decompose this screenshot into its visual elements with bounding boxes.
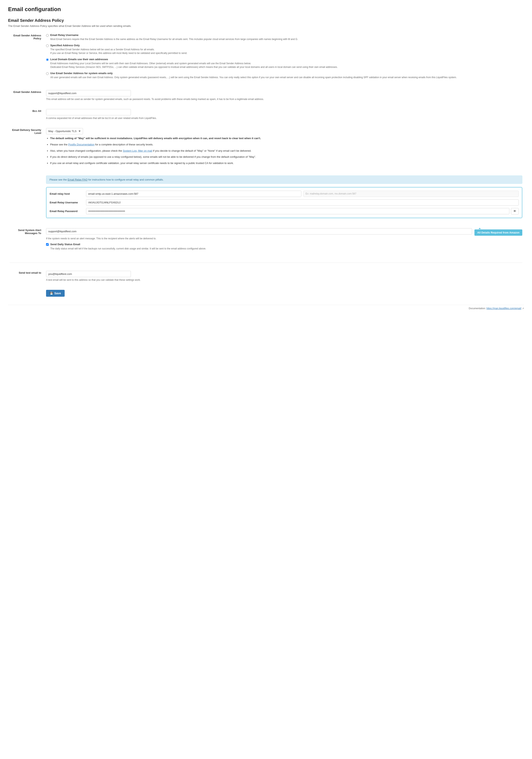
bcc-all-row: Bcc All A comma separated list of email … — [8, 107, 524, 122]
radio-specified-address[interactable] — [46, 44, 49, 47]
sender-address-value: This email address will be used as sende… — [44, 88, 524, 103]
spacer-row-5 — [8, 222, 524, 226]
amazon-tooltip-wrapper: All Details Required from Amazon — [474, 228, 522, 236]
policy-row: Email Sender Address Policy Email Relay … — [8, 31, 524, 84]
relay-username-label: Email Relay Username — [50, 201, 86, 204]
divider-row — [8, 257, 524, 269]
footer-doc-link[interactable]: https://man.liquidfiles.com/email/ — [486, 307, 521, 310]
alert-messages-input[interactable] — [46, 228, 472, 234]
relay-host-input[interactable] — [86, 191, 301, 197]
security-bullet-1: The default setting of "May" will be suf… — [50, 136, 522, 140]
system-log-link[interactable]: System Log, filter on mail — [123, 149, 152, 152]
radio-label-2: Specified Address Only — [50, 44, 187, 47]
alert-row: All Details Required from Amazon — [46, 228, 522, 236]
bcc-all-label: Bcc All — [8, 107, 44, 122]
alert-messages-value: All Details Required from Amazon If the … — [44, 226, 524, 253]
relay-username-row: Email Relay Username — [50, 199, 519, 206]
spacer-row-6 — [8, 253, 524, 257]
postfix-docs-link[interactable]: Postfix Documentation — [68, 143, 95, 146]
radio-option-2: Specified Address Only The specified Ema… — [46, 44, 522, 55]
divider — [10, 262, 522, 263]
save-button[interactable]: 💾 Save — [46, 290, 64, 297]
footer-doc-prefix: Documentation: — [469, 307, 486, 310]
sender-address-hint: This email address will be used as sende… — [46, 97, 522, 101]
security-bullet-4: If you do direct delivery of emails (as … — [50, 155, 522, 159]
delivery-security-label: Email Delivery SecurityLevel — [8, 126, 44, 170]
alert-messages-row: Send System AlertMessages To All Details… — [8, 226, 524, 253]
spacer-row-3 — [8, 122, 524, 126]
bcc-all-value: A comma separated list of email addresse… — [44, 107, 524, 122]
footer-documentation: Documentation: https://man.liquidfiles.c… — [8, 305, 524, 310]
radio-desc-4: All user generated emails will use their… — [50, 76, 457, 79]
relay-section-label-empty — [8, 174, 44, 222]
radio-system-emails-only[interactable] — [46, 72, 49, 75]
radio-option-4: Use Email Sender Address for system emai… — [46, 72, 522, 79]
relay-host-label: Email relay host — [50, 192, 86, 195]
daily-status-desc: The daily status email will tell if the … — [50, 247, 206, 251]
alert-messages-label: Send System AlertMessages To — [8, 226, 44, 253]
radio-email-relay-username[interactable] — [46, 34, 49, 37]
daily-status-row: Send Daily Status Email The daily status… — [46, 243, 522, 251]
policy-options: Email Relay Username Most Email Servers … — [44, 31, 524, 84]
sender-address-input[interactable] — [46, 90, 131, 96]
relay-username-input[interactable] — [86, 199, 519, 206]
radio-desc-2: The specified Email Sender Address below… — [50, 48, 187, 55]
amazon-tooltip: All Details Required from Amazon — [474, 229, 522, 236]
delivery-security-select[interactable]: May - Opportunistic TLS None Encrypt Dan… — [46, 128, 83, 134]
radio-desc-1: Most Email Servers require that the Emai… — [50, 37, 298, 41]
daily-status-checkbox[interactable] — [46, 243, 49, 246]
form-table: Email Sender Address Policy Email Relay … — [8, 31, 524, 299]
section1-title: Email Sender Address Policy — [8, 18, 524, 23]
radio-option-3: Local Domain Emails use their own addres… — [46, 58, 522, 69]
daily-status-label[interactable]: Send Daily Status Email — [50, 243, 80, 246]
policy-label: Email Sender Address Policy — [8, 31, 44, 84]
radio-desc-3: Email Addresses matching your Local Doma… — [50, 61, 338, 69]
section1-desc: The Email Sender Address Policy specifie… — [8, 24, 524, 27]
spacer-row-1 — [8, 84, 524, 88]
alert-input-wrap — [46, 228, 472, 234]
save-row: 💾 Save — [8, 288, 524, 299]
relay-password-label: Email Relay Password — [50, 210, 86, 213]
spacer-row-4 — [8, 170, 524, 174]
relay-section-row: Please see the Email Relay FAQ for instr… — [8, 174, 524, 222]
security-bullet-list: The default setting of "May" will be suf… — [46, 136, 522, 165]
security-bullet-3: Also, when you have changed configuratio… — [50, 149, 522, 153]
test-email-label: Send test email to — [8, 269, 44, 284]
relay-password-group: 👁 — [86, 208, 519, 215]
relay-section-content: Please see the Email Relay FAQ for instr… — [44, 174, 524, 222]
relay-host-example: Ex: mailrelay.domain.com, mx.domain.com:… — [304, 191, 519, 197]
bcc-all-hint: A comma separated list of email addresse… — [46, 116, 522, 120]
test-email-input[interactable] — [46, 271, 131, 277]
test-email-value: A test email will be sent to this addres… — [44, 269, 524, 284]
alert-messages-hint: If the system needs to send an alert mes… — [46, 237, 522, 240]
relay-password-row: Email Relay Password 👁 — [50, 208, 519, 215]
radio-local-domain[interactable] — [46, 59, 49, 61]
radio-label-1: Email Relay Username — [50, 33, 298, 37]
email-relay-faq-link[interactable]: Email Relay FAQ — [68, 178, 88, 181]
bcc-all-input[interactable] — [46, 109, 131, 115]
spacer-row-7 — [8, 284, 524, 288]
relay-host-row: Email relay host Ex: mailrelay.domain.co… — [50, 191, 519, 197]
spacer-row-2 — [8, 103, 524, 107]
security-bullet-2: Please see the Postfix Documentation for… — [50, 142, 522, 147]
test-email-hint: A test email will be sent to this addres… — [46, 278, 522, 282]
delivery-security-row: Email Delivery SecurityLevel May - Oppor… — [8, 126, 524, 170]
save-label: Save — [54, 292, 61, 295]
delivery-security-value: May - Opportunistic TLS None Encrypt Dan… — [44, 126, 524, 170]
external-link-icon: ↗ — [522, 307, 524, 310]
relay-box: Email relay host Ex: mailrelay.domain.co… — [46, 187, 522, 218]
relay-password-input[interactable] — [86, 208, 510, 214]
radio-option-1: Email Relay Username Most Email Servers … — [46, 33, 522, 41]
page-title: Email configuration — [8, 6, 524, 13]
radio-label-4: Use Email Sender Address for system emai… — [50, 72, 457, 75]
sender-address-row: Email Sender Address This email address … — [8, 88, 524, 103]
security-bullet-5: If you use an email relay and configure … — [50, 161, 522, 165]
sender-address-label: Email Sender Address — [8, 88, 44, 103]
save-icon: 💾 — [50, 292, 53, 295]
relay-info-box: Please see the Email Relay FAQ for instr… — [46, 176, 522, 184]
toggle-password-button[interactable]: 👁 — [511, 208, 519, 215]
relay-host-group: Ex: mailrelay.domain.com, mx.domain.com:… — [86, 191, 519, 197]
test-email-row: Send test email to A test email will be … — [8, 269, 524, 284]
radio-label-3: Local Domain Emails use their own addres… — [50, 58, 338, 61]
